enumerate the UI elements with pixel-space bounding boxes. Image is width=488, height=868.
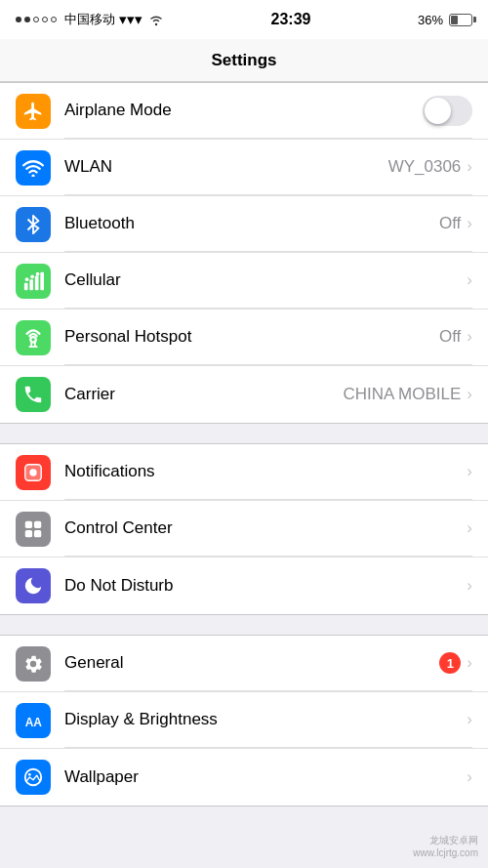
control-center-label: Control Center <box>64 518 173 538</box>
nav-bar: Settings <box>0 39 488 82</box>
cellular-content: Cellular › <box>64 253 472 309</box>
battery-fill <box>451 16 458 24</box>
do-not-disturb-icon <box>16 568 51 603</box>
signal-dots <box>16 17 57 22</box>
general-badge: 1 <box>439 652 461 674</box>
dot2 <box>24 17 30 22</box>
svg-rect-14 <box>25 520 32 527</box>
svg-point-8 <box>36 271 40 275</box>
row-notifications[interactable]: Notifications › <box>0 444 488 501</box>
hotspot-right: Off › <box>439 327 472 347</box>
spacer-1 <box>0 424 488 443</box>
bluetooth-right: Off › <box>439 214 472 233</box>
general-label: General <box>64 653 123 673</box>
airplane-mode-right <box>423 96 472 126</box>
row-wlan[interactable]: WLAN WY_0306 › <box>0 140 488 196</box>
wifi-status-icon: ▾▾▾ <box>119 11 142 28</box>
carrier-icon <box>16 377 51 412</box>
airplane-mode-toggle[interactable] <box>423 96 472 126</box>
cellular-svg <box>22 270 44 292</box>
settings-group-notifications: Notifications › Control Center › <box>0 443 488 615</box>
general-icon <box>16 646 51 682</box>
control-svg <box>22 518 44 540</box>
control-center-chevron: › <box>467 518 472 538</box>
bluetooth-chevron: › <box>467 214 472 233</box>
notifications-icon <box>16 455 51 490</box>
hotspot-label: Personal Hotspot <box>64 327 191 347</box>
svg-point-6 <box>25 277 29 281</box>
wlan-chevron: › <box>467 157 472 177</box>
carrier-chevron: › <box>467 385 472 404</box>
section-general: General 1 › AA Display & Brightness › <box>0 635 488 806</box>
notifications-chevron: › <box>467 462 472 481</box>
wallpaper-chevron: › <box>467 767 472 787</box>
svg-point-19 <box>25 769 42 786</box>
svg-rect-17 <box>34 529 41 536</box>
svg-rect-5 <box>40 271 44 289</box>
notif-svg <box>22 462 44 483</box>
svg-point-1 <box>31 174 34 177</box>
row-carrier[interactable]: Carrier CHINA MOBILE › <box>0 366 488 423</box>
svg-rect-4 <box>35 275 39 290</box>
dot3 <box>33 17 39 22</box>
gear-svg <box>22 653 44 675</box>
status-right: 36% <box>418 13 472 27</box>
row-personal-hotspot[interactable]: Personal Hotspot Off › <box>0 310 488 366</box>
carrier-label-text: Carrier <box>64 385 115 404</box>
hotspot-value: Off <box>439 327 461 347</box>
carrier-content: Carrier CHINA MOBILE › <box>64 366 472 423</box>
cellular-right: › <box>467 270 472 290</box>
airplane-mode-label: Airplane Mode <box>64 101 172 120</box>
general-right: 1 › <box>439 652 472 674</box>
section-notifications: Notifications › Control Center › <box>0 443 488 615</box>
row-display-brightness[interactable]: AA Display & Brightness › <box>0 692 488 749</box>
svg-point-9 <box>30 337 36 343</box>
spacer-2 <box>0 615 488 635</box>
hotspot-content: Personal Hotspot Off › <box>64 310 472 365</box>
row-airplane-mode[interactable]: Airplane Mode <box>0 83 488 140</box>
bluetooth-icon <box>16 207 51 242</box>
wifi-icon <box>148 13 164 26</box>
wifi-svg <box>22 159 44 177</box>
dot4 <box>42 17 48 22</box>
svg-rect-16 <box>25 529 32 536</box>
svg-point-20 <box>28 773 31 776</box>
svg-rect-3 <box>29 279 33 290</box>
do-not-disturb-chevron: › <box>467 576 472 596</box>
do-not-disturb-right: › <box>467 576 472 596</box>
section-connectivity: Airplane Mode WLAN <box>0 82 488 424</box>
phone-svg <box>22 384 44 405</box>
row-bluetooth[interactable]: Bluetooth Off › <box>0 196 488 253</box>
row-do-not-disturb[interactable]: Do Not Disturb › <box>0 558 488 614</box>
row-cellular[interactable]: Cellular › <box>0 253 488 310</box>
row-control-center[interactable]: Control Center › <box>0 501 488 558</box>
wallpaper-label: Wallpaper <box>64 767 139 787</box>
wlan-value: WY_0306 <box>388 157 462 177</box>
wallpaper-content: Wallpaper › <box>64 749 472 806</box>
row-general[interactable]: General 1 › <box>0 636 488 692</box>
svg-point-0 <box>155 23 157 25</box>
settings-group-connectivity: Airplane Mode WLAN <box>0 82 488 424</box>
bluetooth-content: Bluetooth Off › <box>64 196 472 252</box>
carrier-value: CHINA MOBILE <box>343 385 461 404</box>
carrier-label: 中国移动 <box>64 11 115 28</box>
wlan-content: WLAN WY_0306 › <box>64 140 472 195</box>
cellular-chevron: › <box>467 270 472 290</box>
svg-rect-2 <box>24 282 28 289</box>
display-content: Display & Brightness › <box>64 692 472 748</box>
nav-title: Settings <box>211 51 276 70</box>
wallpaper-icon <box>16 760 51 795</box>
wallpaper-right: › <box>467 767 472 787</box>
wlan-label: WLAN <box>64 157 112 177</box>
svg-point-7 <box>30 274 34 278</box>
airplane-mode-content: Airplane Mode <box>64 83 472 139</box>
notifications-content: Notifications › <box>64 444 472 500</box>
toggle-knob <box>425 98 451 124</box>
watermark: 龙城安卓网www.lcjrtg.com <box>413 834 478 858</box>
display-label: Display & Brightness <box>64 710 218 729</box>
dot1 <box>16 17 21 22</box>
svg-text:AA: AA <box>25 715 43 728</box>
notifications-right: › <box>467 462 472 481</box>
cellular-icon <box>16 264 51 299</box>
row-wallpaper[interactable]: Wallpaper › <box>0 749 488 806</box>
